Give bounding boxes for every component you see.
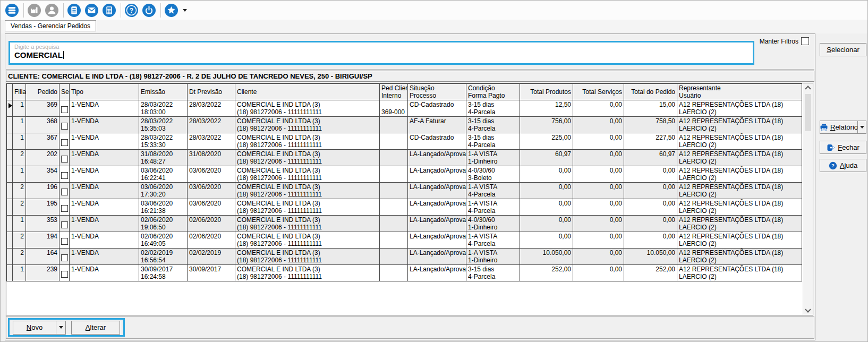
row-selector-cell xyxy=(7,216,13,232)
table-row[interactable]: 21941-VENDA02/06/202016:49:0502/06/2020C… xyxy=(7,232,802,249)
cell-previsao: 30/09/2017 xyxy=(188,265,235,281)
cell-cliente: COMERCIAL E IND LTDA (3)(18) 981272006 -… xyxy=(235,216,380,232)
mail-icon[interactable] xyxy=(85,4,98,17)
novo-button[interactable]: Novo xyxy=(13,321,56,335)
row-checkbox[interactable] xyxy=(61,205,68,212)
column-header-selector[interactable] xyxy=(7,84,13,100)
table-row[interactable]: 13531-VENDA02/06/202019:06:5002/06/2020C… xyxy=(7,216,802,232)
column-header-total-produtos[interactable]: Total Produtos xyxy=(520,84,573,100)
cell-condicao: 1-A VISTA1-Dinheiro xyxy=(466,150,520,166)
ajuda-button[interactable]: ? Ajuda xyxy=(820,159,866,172)
row-selector-cell xyxy=(7,199,13,216)
cell-total-servicos: 0,00 xyxy=(573,150,624,166)
novo-dropdown-button[interactable] xyxy=(56,321,66,335)
fechar-button[interactable]: Fechar xyxy=(820,141,866,154)
cell-emissao: 02/06/202016:49:05 xyxy=(139,232,188,249)
table-row[interactable]: 22021-VENDA31/08/202016:48:2731/08/2020C… xyxy=(7,150,802,166)
toolbar-separator xyxy=(160,3,161,18)
column-header-condicao-forma-pagto[interactable]: CondiçãoForma Pagto xyxy=(466,84,520,100)
scroll-up-icon[interactable] xyxy=(805,85,811,91)
cell-total-produtos: 10.050,00 xyxy=(520,249,573,265)
table-row[interactable]: 13681-VENDA28/03/202215:35:0328/03/2022C… xyxy=(7,117,802,133)
cell-condicao: 3-15 dias4-Parcela xyxy=(466,265,520,281)
scroll-down-icon[interactable] xyxy=(805,306,811,312)
cell-sel xyxy=(59,133,70,150)
table-row[interactable]: 21641-VENDA02/02/201916:56:5402/02/2019C… xyxy=(7,249,802,265)
relatorio-button[interactable]: Relatório xyxy=(820,121,858,134)
cell-total-servicos: 0,00 xyxy=(573,265,624,281)
table-row[interactable]: 13671-VENDA28/03/202215:33:3028/03/2022C… xyxy=(7,133,802,150)
table-row[interactable]: 13691-VENDA28/03/202218:03:0028/03/2022C… xyxy=(7,100,802,117)
column-header-total-servicos[interactable]: Total Serviços xyxy=(573,84,624,100)
user-icon[interactable] xyxy=(45,4,58,17)
cell-cliente: COMERCIAL E IND LTDA (3)(18) 981272006 -… xyxy=(235,265,380,281)
column-header-pedido[interactable]: Pedido xyxy=(26,84,59,100)
cell-tipo: 1-VENDA xyxy=(70,100,139,117)
row-checkbox[interactable] xyxy=(61,254,68,261)
help-icon[interactable]: ? xyxy=(125,4,138,17)
column-header-sel[interactable]: Sel xyxy=(59,84,70,100)
scrollbar-thumb[interactable] xyxy=(805,94,811,131)
column-header-emissao[interactable]: Emissão xyxy=(139,84,188,100)
row-selector-cell xyxy=(7,232,13,249)
table-row[interactable]: 13541-VENDA03/06/202016:22:4103/06/2020C… xyxy=(7,166,802,183)
column-header-tipo[interactable]: Tipo xyxy=(70,84,139,100)
column-header-dt-previsao[interactable]: Dt Previsão xyxy=(188,84,235,100)
keep-filters-checkbox[interactable] xyxy=(801,37,809,45)
tab-vendas-gerenciar-pedidos[interactable]: Vendas - Gerenciar Pedidos xyxy=(5,20,96,31)
vertical-scrollbar[interactable] xyxy=(803,83,813,315)
chevron-down-icon xyxy=(59,326,63,329)
column-header-ped-cliente-interno[interactable]: Ped ClienteInterno xyxy=(380,84,408,100)
column-header-cliente[interactable]: Cliente xyxy=(235,84,380,100)
alterar-button[interactable]: Alterar xyxy=(71,321,120,335)
cell-ped-interno xyxy=(380,265,408,281)
favorites-dropdown-caret[interactable] xyxy=(183,9,187,12)
text-cursor xyxy=(63,51,64,59)
keep-filters: Manter Filtros xyxy=(760,37,809,45)
cell-representante: A12 REPRESENTAÇÕES LTDA (18)LAERCIO (2) xyxy=(677,232,802,249)
favorites-icon[interactable] xyxy=(165,4,178,17)
power-icon[interactable] xyxy=(142,4,156,17)
records-icon[interactable] xyxy=(67,4,81,17)
cell-ped-interno xyxy=(380,150,408,166)
row-checkbox[interactable] xyxy=(61,271,68,278)
row-checkbox[interactable] xyxy=(61,139,68,146)
table-row[interactable]: 21951-VENDA03/06/202016:21:3803/06/2020C… xyxy=(7,199,802,216)
row-checkbox[interactable] xyxy=(61,221,68,228)
svg-text:?: ? xyxy=(831,163,835,168)
cell-emissao: 03/06/202017:30:20 xyxy=(139,183,188,199)
column-header-total-pedido[interactable]: Total do Pedido xyxy=(624,84,677,100)
column-header-situacao-processo[interactable]: SituaçãoProcesso xyxy=(408,84,466,100)
cell-situacao: CD-Cadastrado xyxy=(408,133,466,150)
row-checkbox[interactable] xyxy=(61,123,68,130)
search-placeholder: Digite a pesquisa xyxy=(14,44,748,50)
cell-representante: A12 REPRESENTAÇÕES LTDA (18)LAERCIO (2) xyxy=(677,117,802,133)
calculator-icon[interactable] xyxy=(103,4,116,17)
row-checkbox[interactable] xyxy=(61,106,68,113)
factory-icon[interactable] xyxy=(28,4,41,17)
cell-cliente: COMERCIAL E IND LTDA (3)(18) 981272006 -… xyxy=(235,133,380,150)
cell-total-pedido: 0,00 xyxy=(624,199,677,216)
cell-total-pedido: 0,00 xyxy=(624,216,677,232)
cell-total-produtos: 0,00 xyxy=(520,216,573,232)
cell-total-produtos: 225,00 xyxy=(520,133,573,150)
search-input[interactable]: Digite a pesquisa COMERCIAL xyxy=(8,41,754,65)
cell-situacao: CD-Cadastrado xyxy=(408,100,466,117)
column-header-filial[interactable]: Filial xyxy=(13,84,26,100)
row-checkbox[interactable] xyxy=(61,238,68,245)
table-row[interactable]: 21961-VENDA03/06/202017:30:2003/06/2020C… xyxy=(7,183,802,199)
menu-icon[interactable] xyxy=(5,4,19,17)
relatorio-dropdown-button[interactable] xyxy=(857,121,866,134)
cell-pedido: 368 xyxy=(26,117,59,133)
cell-emissao: 03/06/202016:21:38 xyxy=(139,199,188,216)
table-row[interactable]: 12391-VENDA30/09/201716:24:5830/09/2017C… xyxy=(7,265,802,281)
column-header-representante-usuario[interactable]: RepresentanteUsuário xyxy=(677,84,802,100)
row-checkbox[interactable] xyxy=(61,189,68,195)
cell-pedido: 195 xyxy=(26,199,59,216)
cell-sel xyxy=(59,100,70,117)
row-checkbox[interactable] xyxy=(61,156,68,163)
row-checkbox[interactable] xyxy=(61,172,68,179)
cell-sel xyxy=(59,199,70,216)
selecionar-button[interactable]: Selecionar xyxy=(820,43,866,56)
cell-representante: A12 REPRESENTAÇÕES LTDA (18)LAERCIO (2) xyxy=(677,166,802,183)
